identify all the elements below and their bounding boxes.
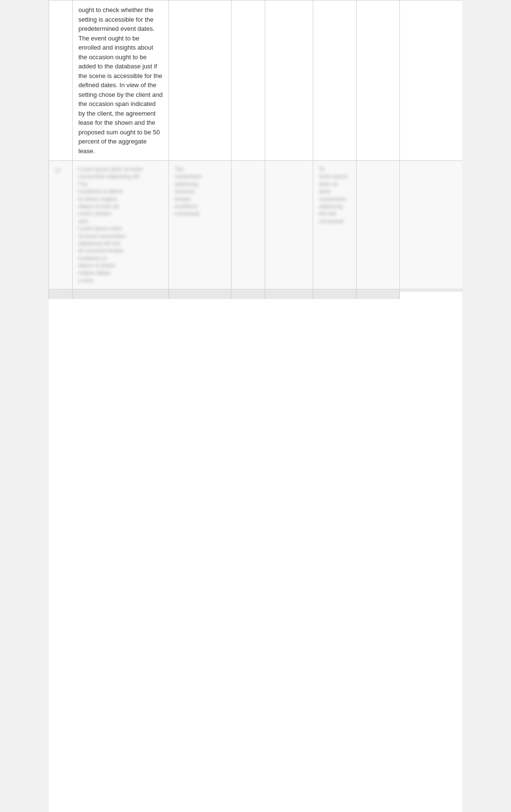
blurred-col5-cell: Tolorem ipsumdolor sitametconsecteturadi… [313,161,357,289]
description-cell: ought to check whether the setting is ac… [73,0,169,160]
blurred-index-cell: 17 [49,161,73,289]
blurred-col1-cell: Lorem ipsum dolor sit ametconsectetur ad… [73,161,169,289]
col3-cell [231,0,265,160]
footer-cell-1 [73,289,169,299]
blurred-row-number: 17 [55,168,61,173]
footer-cell-4 [265,289,313,299]
footer-cell-2 [169,289,231,299]
footer-cell-3 [231,289,265,299]
blurred-col5-text: Tolorem ipsumdolor sitametconsecteturadi… [319,166,350,225]
description-text: ought to check whether the setting is ac… [78,6,163,155]
footer-cell-5 [313,289,357,299]
col4-cell [265,0,313,160]
table-row-blurred: 17 Lorem ipsum dolor sit ametconsectetur… [49,161,462,289]
col5-cell [313,0,357,160]
footer-cell-0 [49,289,73,299]
page-container: ought to check whether the setting is ac… [49,0,462,812]
blurred-col6-cell [357,161,400,289]
footer-cell-6 [357,289,400,299]
blurred-col4-cell [265,161,313,289]
blurred-col1-text: Lorem ipsum dolor sit ametconsectetur ad… [78,166,163,284]
page-spacer [49,291,462,484]
table-row: ought to check whether the setting is ac… [49,0,462,161]
col6-cell [357,0,400,160]
blurred-col2-text: Theconsecteturadipiscingeiusmodtemporinc… [175,166,225,218]
col2-cell [169,0,231,160]
blurred-col2-cell: Theconsecteturadipiscingeiusmodtemporinc… [169,161,231,289]
row-index-cell [49,0,73,160]
blurred-col3-cell [231,161,265,289]
